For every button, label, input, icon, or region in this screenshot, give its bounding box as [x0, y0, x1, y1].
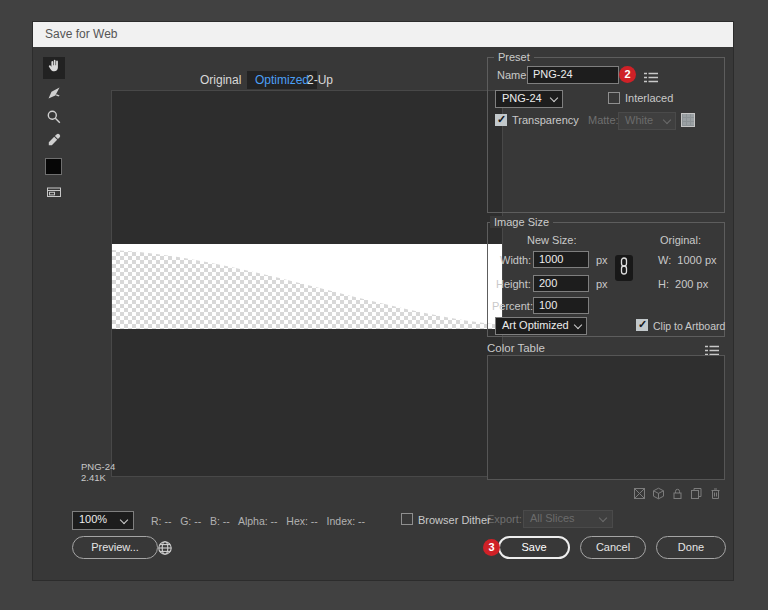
chevron-down-icon [550, 94, 558, 102]
export-label: Export: [487, 513, 522, 525]
height-label: Height: [496, 278, 531, 290]
step-3-badge: 3 [483, 539, 500, 556]
map-transparency-button[interactable] [633, 487, 646, 500]
slice-select-tool-icon [46, 85, 62, 105]
step-2-badge: 2 [619, 66, 636, 83]
delete-color-button[interactable] [709, 487, 722, 500]
zoom-level-value: 100% [79, 513, 107, 525]
original-height-value: H: 200 px [658, 278, 708, 290]
new-color-icon [690, 487, 703, 500]
save-for-web-dialog: Save for Web Original Optimized 2-Up [33, 22, 733, 580]
screen: Save for Web Original Optimized 2-Up [0, 0, 768, 610]
clip-to-artboard-checkbox[interactable] [636, 319, 648, 331]
save-button[interactable]: Save [498, 536, 570, 559]
zoom-tool[interactable] [43, 108, 65, 130]
chevron-down-icon [574, 321, 582, 329]
original-width-value: W: 1000 px [658, 254, 717, 266]
eyedropper-tool-icon [46, 132, 62, 152]
width-label: Width: [500, 254, 531, 266]
matte-label: Matte: [588, 114, 619, 126]
image-size-group-label: Image Size [490, 216, 553, 228]
preview-in-browser-button[interactable] [157, 540, 173, 560]
export-dropdown: All Slices [523, 510, 613, 528]
map-transparency-icon [633, 487, 646, 500]
new-color-button[interactable] [690, 487, 703, 500]
color-readout: R: -- G: -- B: -- Alpha: -- Hex: -- Inde… [151, 515, 365, 527]
globe-icon [157, 542, 173, 559]
dialog-titlebar[interactable]: Save for Web [33, 22, 733, 47]
white-wave-shape [112, 244, 502, 329]
width-unit: px [596, 254, 608, 266]
toggle-slices-button[interactable] [43, 183, 65, 205]
color-table-swatches[interactable] [487, 355, 725, 480]
preset-group-label: Preset [494, 51, 534, 63]
toggle-slices-icon [46, 184, 62, 204]
link-dimensions-icon [618, 256, 630, 280]
color-table-label: Color Table [487, 342, 545, 354]
done-button[interactable]: Done [656, 536, 726, 559]
preview-button[interactable]: Preview... [72, 536, 158, 559]
browser-dither-label: Browser Dither [418, 514, 491, 526]
clip-to-artboard-label: Clip to Artboard [653, 320, 725, 332]
matte-dropdown: White [618, 112, 676, 130]
anti-aliasing-dropdown[interactable]: Art Optimized [495, 317, 587, 335]
width-input[interactable]: 1000 [533, 251, 589, 268]
eyedropper-tool[interactable] [43, 131, 65, 153]
format-dropdown-value: PNG-24 [502, 92, 542, 104]
percent-input[interactable]: 100 [533, 297, 589, 314]
zoom-tool-icon [46, 109, 62, 129]
hand-tool[interactable] [43, 57, 65, 79]
tab-2up[interactable]: 2-Up [307, 73, 333, 87]
chevron-down-icon [120, 516, 128, 524]
chevron-down-icon [599, 514, 607, 522]
preset-name-input[interactable]: PNG-24 [527, 66, 619, 84]
chevron-down-icon [663, 116, 671, 124]
new-size-label: New Size: [527, 234, 577, 246]
interlaced-checkbox[interactable] [608, 92, 620, 104]
hand-tool-icon [46, 58, 62, 78]
height-input[interactable]: 200 [533, 275, 589, 292]
panel-menu-icon [644, 69, 658, 86]
slice-select-tool[interactable] [43, 84, 65, 106]
dialog-title: Save for Web [45, 27, 117, 41]
matte-dropdown-value: White [625, 114, 653, 126]
matte-color-swatch[interactable] [681, 113, 695, 127]
web-shift-icon [652, 487, 665, 500]
preset-menu-button[interactable] [644, 69, 658, 87]
eyedropper-color-swatch[interactable] [45, 158, 62, 175]
browser-dither-checkbox[interactable] [401, 513, 413, 525]
web-shift-button[interactable] [652, 487, 665, 500]
artwork-preview [112, 244, 502, 329]
lock-color-icon [671, 487, 684, 500]
height-unit: px [596, 278, 608, 290]
lock-color-button[interactable] [671, 487, 684, 500]
zoom-level-dropdown[interactable]: 100% [72, 511, 134, 530]
original-label: Original: [660, 234, 701, 246]
link-dimensions-button[interactable] [615, 255, 633, 281]
tab-original[interactable]: Original [200, 73, 241, 87]
anti-aliasing-value: Art Optimized [502, 319, 569, 331]
preview-format-label: PNG-24 [81, 461, 115, 472]
optimized-preview-pane[interactable] [111, 90, 503, 477]
percent-label: Percent: [492, 300, 533, 312]
interlaced-label: Interlaced [625, 92, 673, 104]
export-dropdown-value: All Slices [530, 512, 575, 524]
delete-color-icon [709, 487, 722, 500]
transparency-label: Transparency [512, 114, 579, 126]
cancel-button[interactable]: Cancel [580, 536, 646, 559]
preview-filesize-label: 2.41K [81, 472, 106, 483]
format-dropdown[interactable]: PNG-24 [495, 90, 563, 108]
name-label: Name: [497, 69, 529, 81]
transparency-checkbox[interactable] [495, 114, 507, 126]
